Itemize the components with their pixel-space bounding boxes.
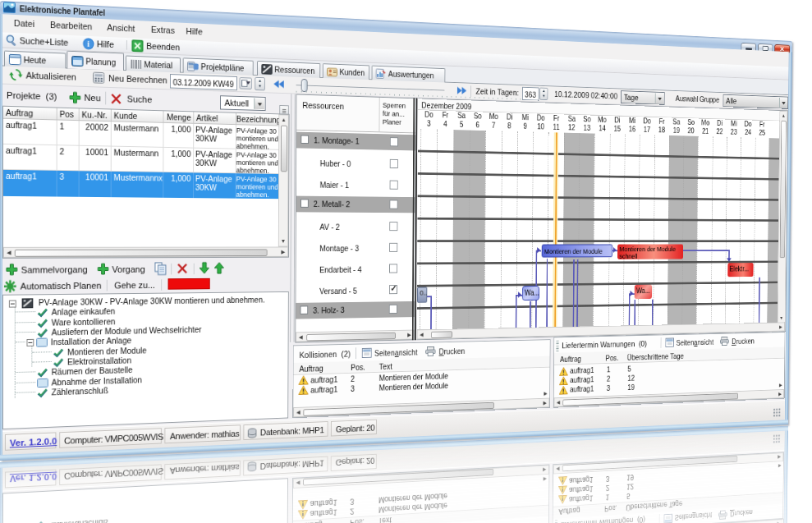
svg-text:i: i	[87, 39, 89, 48]
